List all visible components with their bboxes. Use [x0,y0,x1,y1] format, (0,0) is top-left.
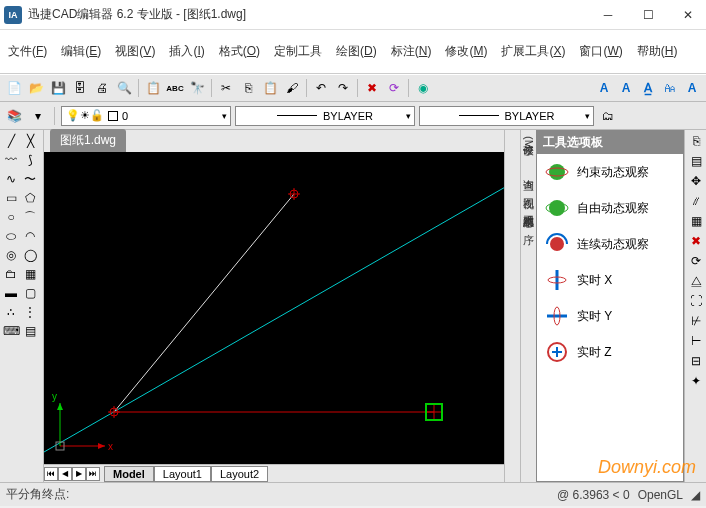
layer-value: 0 [122,110,128,122]
palette-item-realtime-x[interactable]: 实时 X [537,262,683,298]
text-a4-icon[interactable]: 🗛 [660,78,680,98]
ring-icon[interactable]: ◯ [21,246,39,264]
delete-icon[interactable]: ✖ [687,232,705,250]
text-a1-icon[interactable]: A [594,78,614,98]
region-icon[interactable]: ▬ [2,284,20,302]
tab-nav-last[interactable]: ⏭ [86,467,100,481]
array-icon[interactable]: ▦ [687,212,705,230]
text-a5-icon[interactable]: A [682,78,702,98]
break-icon[interactable]: ⊟ [687,352,705,370]
palette-item-continuous-orbit[interactable]: 连续动态观察 [537,226,683,262]
tab-nav-first[interactable]: ⏮ [44,467,58,481]
maximize-button[interactable]: ☐ [634,5,662,25]
menu-ext[interactable]: 扩展工具(X) [501,43,565,60]
table-icon[interactable]: ▤ [21,322,39,340]
paste-icon[interactable]: 📋 [260,78,280,98]
block-icon[interactable]: 🗀 [2,265,20,283]
mirror-icon[interactable]: ⧋ [687,272,705,290]
arc-icon[interactable]: ⟆ [21,151,39,169]
menu-window[interactable]: 窗口(W) [579,43,622,60]
doc-tab[interactable]: 图纸1.dwg [50,129,126,152]
polyline-icon[interactable]: 〰 [2,151,20,169]
point-icon[interactable]: ∴ [2,303,20,321]
matchprop-icon[interactable]: 🖌 [282,78,302,98]
undo-icon[interactable]: ↶ [311,78,331,98]
menu-edit[interactable]: 编辑(E) [61,43,101,60]
tab-layout1[interactable]: Layout1 [154,466,211,482]
hatch-icon[interactable]: ▦ [21,265,39,283]
circle-icon[interactable]: ○ [2,208,20,226]
arc2-icon[interactable]: ⌒ [21,208,39,226]
linetype-combo[interactable]: BYLAYER [235,106,415,126]
text-a2-icon[interactable]: A [616,78,636,98]
lineweight-combo[interactable]: BYLAYER [419,106,594,126]
erase-icon[interactable]: ✖ [362,78,382,98]
canvas-scrollbar[interactable] [504,130,520,482]
ellipse-icon[interactable]: ⬭ [2,227,20,245]
explode-icon[interactable]: ✦ [687,372,705,390]
minimize-button[interactable]: ─ [594,5,622,25]
extend-icon[interactable]: ⊢ [687,332,705,350]
layer-mgr-icon[interactable]: ▤ [687,152,705,170]
print-icon[interactable]: 🖨 [92,78,112,98]
orbit-continuous-icon [543,230,571,258]
find-icon[interactable]: 🔭 [187,78,207,98]
donut-icon[interactable]: ◎ [2,246,20,264]
menu-view[interactable]: 视图(V) [115,43,155,60]
layer-combo[interactable]: 💡 ☀ 🔓 0 [61,106,231,126]
cut-icon[interactable]: ✂ [216,78,236,98]
layer-icon[interactable]: 📚 [4,106,24,126]
tab-layout2[interactable]: Layout2 [211,466,268,482]
xline-icon[interactable]: ╳ [21,132,39,150]
close-button[interactable]: ✕ [674,5,702,25]
divide-icon[interactable]: ⋮ [21,303,39,321]
layer-extra-icon[interactable]: 🗂 [598,106,618,126]
menu-insert[interactable]: 插入(I) [169,43,204,60]
orbit-icon[interactable]: ◉ [413,78,433,98]
spell-icon[interactable]: ABC [165,78,185,98]
scale-icon[interactable]: ⛶ [687,292,705,310]
refresh-icon[interactable]: ⟳ [384,78,404,98]
drawing-canvas[interactable]: x y [44,152,504,464]
offset-icon[interactable]: ⫽ [687,192,705,210]
spline-icon[interactable]: ∿ [2,170,20,188]
text-a3-icon[interactable]: A̲ [638,78,658,98]
layerstate-icon[interactable]: ▾ [28,106,48,126]
menu-annotate[interactable]: 标注(N) [391,43,432,60]
redo-icon[interactable]: ↷ [333,78,353,98]
copy-obj-icon[interactable]: ⎘ [687,132,705,150]
trim-icon[interactable]: ⊬ [687,312,705,330]
save-icon[interactable]: 💾 [48,78,68,98]
palette-item-realtime-y[interactable]: 实时 Y [537,298,683,334]
tab-nav-prev[interactable]: ◀ [58,467,72,481]
polygon-icon[interactable]: ⬠ [21,189,39,207]
sidetab-modify[interactable]: 修改(M) [521,136,536,153]
saveall-icon[interactable]: 🗄 [70,78,90,98]
palette-item-free-orbit[interactable]: 自由动态观察 [537,190,683,226]
preview-icon[interactable]: 🔍 [114,78,134,98]
copy-icon[interactable]: ⎘ [238,78,258,98]
menu-modify[interactable]: 修改(M) [445,43,487,60]
tab-model[interactable]: Model [104,466,154,482]
text-icon[interactable]: ⌨ [2,322,20,340]
move-icon[interactable]: ✥ [687,172,705,190]
menu-customtools[interactable]: 定制工具 [274,43,322,60]
menu-format[interactable]: 格式(O) [219,43,260,60]
box-icon[interactable]: ▢ [21,284,39,302]
rect-icon[interactable]: ▭ [2,189,20,207]
menu-help[interactable]: 帮助(H) [637,43,678,60]
menu-file[interactable]: 文件(F) [8,43,47,60]
new-icon[interactable]: 📄 [4,78,24,98]
tab-nav-next[interactable]: ▶ [72,467,86,481]
rotate-icon[interactable]: ⟳ [687,252,705,270]
palette-item-constrained-orbit[interactable]: 约束动态观察 [537,154,683,190]
audit-icon[interactable]: 📋 [143,78,163,98]
bulb-icon: 💡 [66,109,80,122]
open-icon[interactable]: 📂 [26,78,46,98]
line-icon[interactable]: ╱ [2,132,20,150]
ellipsearc-icon[interactable]: ◠ [21,227,39,245]
palette-item-realtime-z[interactable]: 实时 Z [537,334,683,370]
resize-grip-icon[interactable]: ◢ [691,488,700,502]
menu-draw[interactable]: 绘图(D) [336,43,377,60]
wave-icon[interactable]: 〜 [21,170,39,188]
